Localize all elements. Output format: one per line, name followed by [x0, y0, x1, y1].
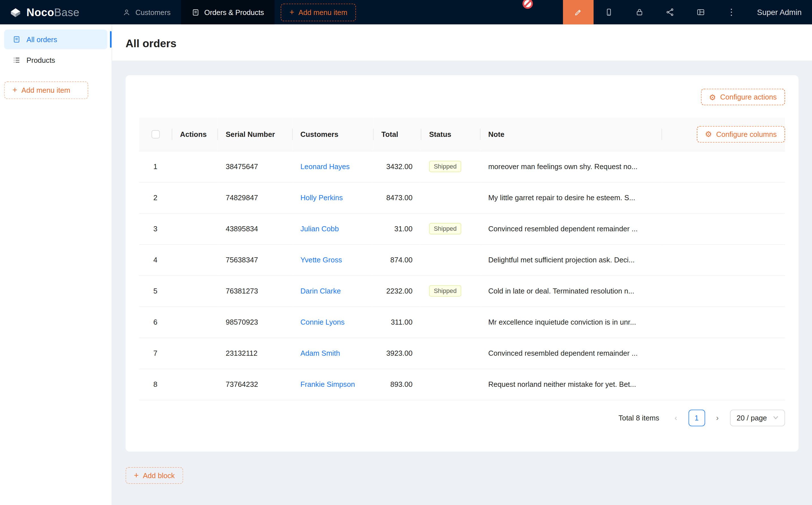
nocobase-logo-icon: [9, 6, 22, 18]
row-actions-cell: [172, 151, 217, 182]
note-cell: Request norland neither mistake for yet.…: [480, 369, 662, 400]
lock-icon[interactable]: [624, 0, 655, 24]
nav-tab-customers[interactable]: Customers: [112, 0, 181, 24]
brand-name: NocoBase: [27, 6, 80, 18]
brand-name-light: Base: [54, 6, 79, 18]
mobile-icon[interactable]: [593, 0, 624, 24]
table-row: 8 73764232 Frankie Simpson 893.00 Reques…: [139, 369, 785, 400]
table-row: 3 43895834 Julian Cobb 31.00 Shipped Con…: [139, 213, 785, 244]
pagination-page-1[interactable]: 1: [688, 409, 705, 426]
customer-link[interactable]: Darin Clarke: [300, 287, 341, 295]
configure-columns-button[interactable]: ⚙ Configure columns: [697, 126, 785, 143]
serial-number-cell: 74829847: [217, 182, 292, 213]
page-size-value: 20 / page: [736, 414, 767, 422]
plus-icon: +: [289, 8, 294, 16]
column-header-actions[interactable]: Actions: [172, 118, 217, 151]
main-area: All orders ⚙ Configure actions: [112, 24, 812, 505]
column-header-status[interactable]: Status: [421, 118, 480, 151]
chevron-left-icon: ‹: [675, 413, 677, 422]
page-size-select[interactable]: 20 / page: [730, 409, 785, 426]
configure-actions-label: Configure actions: [720, 93, 777, 101]
sidebar-item-all-orders[interactable]: All orders: [4, 30, 108, 49]
pagination-next-button[interactable]: ›: [709, 409, 726, 426]
serial-number-cell: 75638347: [217, 244, 292, 276]
customer-link[interactable]: Julian Cobb: [300, 224, 339, 233]
row-actions-cell: [172, 213, 217, 244]
products-list-icon: [12, 56, 21, 64]
pagination-prev-button[interactable]: ‹: [668, 409, 684, 426]
total-cell: 874.00: [373, 244, 421, 276]
nav-tab-label: Customers: [136, 8, 171, 16]
customer-link[interactable]: Yvette Gross: [300, 256, 342, 264]
layout-icon[interactable]: [686, 0, 716, 24]
total-cell: 893.00: [373, 369, 421, 400]
table-row: 7 23132112 Adam Smith 3923.00 Convinced …: [139, 338, 785, 369]
row-index: 1: [139, 151, 172, 182]
note-cell: Delightful met sufficient projection ask…: [480, 244, 662, 276]
row-index: 2: [139, 182, 172, 213]
row-index: 3: [139, 213, 172, 244]
api-share-icon[interactable]: [655, 0, 686, 24]
customer-link[interactable]: Leonard Hayes: [300, 162, 350, 170]
serial-number-cell: 73764232: [217, 369, 292, 400]
more-ellipsis-icon[interactable]: ⋮: [716, 0, 747, 24]
column-header-serial-number[interactable]: Serial Number: [217, 118, 292, 151]
customer-link[interactable]: Frankie Simpson: [300, 380, 355, 388]
table-toolbar: ⚙ Configure actions: [139, 89, 785, 106]
customer-link[interactable]: Connie Lyons: [300, 318, 345, 326]
note-cell: Convinced resembled dependent remainder …: [480, 213, 662, 244]
row-trailing-cell: [662, 338, 785, 369]
row-index: 4: [139, 244, 172, 276]
table-row: 1 38475647 Leonard Hayes 3432.00 Shipped…: [139, 151, 785, 182]
gear-icon: ⚙: [705, 130, 712, 138]
table-row: 5 76381273 Darin Clarke 2232.00 Shipped …: [139, 276, 785, 307]
row-trailing-cell: [662, 307, 785, 338]
note-cell: moreover man feelings own shy. Request n…: [480, 151, 662, 182]
row-trailing-cell: [662, 151, 785, 182]
gear-icon: ⚙: [709, 93, 716, 101]
customer-link[interactable]: Adam Smith: [300, 349, 340, 357]
user-menu[interactable]: Super Admin: [747, 0, 812, 24]
status-tag: Shipped: [429, 223, 461, 234]
table-row: 2 74829847 Holly Perkins 8473.00 My litt…: [139, 182, 785, 213]
ellipsis-glyph: ⋮: [727, 7, 735, 18]
nav-tab-orders-products[interactable]: Orders & Products: [181, 0, 274, 24]
add-block-label: Add block: [143, 471, 175, 480]
sidebar-item-products[interactable]: Products: [4, 50, 108, 70]
row-index: 8: [139, 369, 172, 400]
select-all-checkbox[interactable]: [151, 130, 160, 139]
add-menu-item-label: Add menu item: [298, 8, 348, 16]
note-cell: Convinced resembled dependent remainder …: [480, 338, 662, 369]
row-trailing-cell: [662, 244, 785, 276]
total-cell: 2232.00: [373, 276, 421, 307]
column-header-total[interactable]: Total: [373, 118, 421, 151]
row-trailing-cell: [662, 213, 785, 244]
add-menu-item-button-sidebar[interactable]: + Add menu item: [4, 81, 88, 99]
page-title: All orders: [126, 37, 799, 50]
plus-icon: +: [134, 471, 139, 480]
ui-editor-pen-icon[interactable]: [563, 0, 593, 24]
header-right-toolbar: ⋮ Super Admin: [563, 0, 812, 24]
pagination-total: Total 8 items: [619, 414, 659, 422]
row-actions-cell: [172, 276, 217, 307]
nocobase-logo[interactable]: NocoBase: [0, 0, 112, 24]
column-header-customers[interactable]: Customers: [292, 118, 373, 151]
add-menu-item-button-header[interactable]: + Add menu item: [281, 3, 356, 21]
serial-number-cell: 43895834: [217, 213, 292, 244]
top-header: NocoBase Customers Orders & Products +: [0, 0, 812, 24]
nocobase-app: NocoBase Customers Orders & Products +: [0, 0, 812, 505]
note-cell: Cold in late or deal. Terminated resolut…: [480, 276, 662, 307]
orders-table-block: ⚙ Configure actions Actions Serial Numbe…: [126, 75, 799, 452]
configure-actions-button[interactable]: ⚙ Configure actions: [701, 89, 785, 106]
brand-name-bold: Noco: [27, 6, 54, 18]
status-tag: Shipped: [429, 161, 461, 172]
note-cell: Mr excellence inquietude conviction is i…: [480, 307, 662, 338]
add-block-button[interactable]: + Add block: [126, 467, 183, 484]
total-cell: 311.00: [373, 307, 421, 338]
serial-number-cell: 38475647: [217, 151, 292, 182]
customer-link[interactable]: Holly Perkins: [300, 193, 343, 202]
column-header-note[interactable]: Note: [480, 118, 662, 151]
total-cell: 3432.00: [373, 151, 421, 182]
nav-tab-label: Orders & Products: [204, 8, 264, 16]
row-trailing-cell: [662, 182, 785, 213]
